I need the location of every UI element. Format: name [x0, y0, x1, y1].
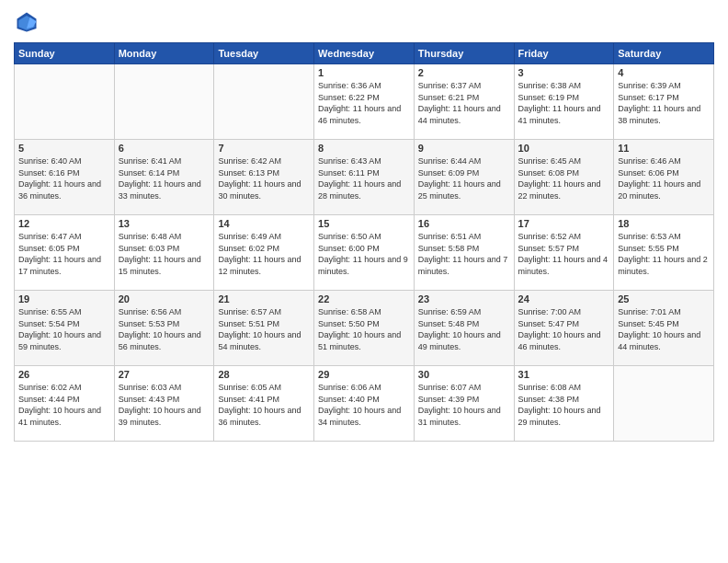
sunset-text: Sunset: 6:05 PM: [18, 244, 80, 253]
day-info: Sunrise: 6:42 AM Sunset: 6:13 PM Dayligh…: [218, 155, 310, 201]
day-number: 25: [618, 293, 710, 304]
sunrise-text: Sunrise: 6:36 AM: [318, 81, 381, 90]
sunrise-text: Sunrise: 6:56 AM: [119, 307, 182, 316]
sunrise-text: Sunrise: 6:57 AM: [218, 307, 281, 316]
day-number: 20: [119, 293, 210, 304]
day-number: 26: [18, 369, 110, 380]
col-thursday: Thursday: [414, 43, 514, 64]
sunset-text: Sunset: 6:22 PM: [318, 93, 380, 102]
calendar-cell: [114, 64, 214, 140]
calendar-cell: 12 Sunrise: 6:47 AM Sunset: 6:05 PM Dayl…: [15, 215, 115, 291]
day-info: Sunrise: 6:55 AM Sunset: 5:54 PM Dayligh…: [18, 306, 110, 352]
day-info: Sunrise: 6:03 AM Sunset: 4:43 PM Dayligh…: [119, 382, 210, 428]
day-number: 6: [119, 143, 210, 154]
daylight-text: Daylight: 11 hours and 46 minutes.: [318, 104, 401, 125]
daylight-text: Daylight: 11 hours and 28 minutes.: [318, 179, 401, 201]
day-info: Sunrise: 6:08 AM Sunset: 4:38 PM Dayligh…: [518, 382, 610, 428]
day-info: Sunrise: 6:49 AM Sunset: 6:02 PM Dayligh…: [218, 231, 310, 277]
calendar-cell: 23 Sunrise: 6:59 AM Sunset: 5:48 PM Dayl…: [414, 291, 514, 366]
calendar-cell: 3 Sunrise: 6:38 AM Sunset: 6:19 PM Dayli…: [514, 64, 614, 140]
sunrise-text: Sunrise: 6:45 AM: [518, 156, 582, 166]
sunset-text: Sunset: 5:57 PM: [518, 244, 580, 253]
day-number: 24: [518, 293, 610, 304]
calendar-cell: 24 Sunrise: 7:00 AM Sunset: 5:47 PM Dayl…: [514, 291, 614, 366]
calendar-cell: 14 Sunrise: 6:49 AM Sunset: 6:02 PM Dayl…: [214, 215, 314, 291]
sunrise-text: Sunrise: 6:39 AM: [618, 81, 681, 90]
sunrise-text: Sunrise: 7:01 AM: [618, 307, 681, 316]
sunset-text: Sunset: 6:14 PM: [119, 168, 180, 178]
daylight-text: Daylight: 11 hours and 22 minutes.: [518, 179, 601, 201]
sunrise-text: Sunrise: 6:51 AM: [418, 232, 482, 241]
day-number: 29: [318, 369, 410, 380]
daylight-text: Daylight: 11 hours and 17 minutes.: [18, 255, 101, 276]
calendar-cell: 10 Sunrise: 6:45 AM Sunset: 6:08 PM Dayl…: [514, 140, 614, 215]
daylight-text: Daylight: 10 hours and 31 minutes.: [418, 406, 501, 427]
daylight-text: Daylight: 11 hours and 41 minutes.: [518, 104, 601, 125]
day-number: 7: [218, 143, 310, 154]
sunrise-text: Sunrise: 6:05 AM: [218, 383, 281, 392]
calendar-cell: 25 Sunrise: 7:01 AM Sunset: 5:45 PM Dayl…: [614, 291, 714, 366]
daylight-text: Daylight: 11 hours and 25 minutes.: [418, 179, 501, 201]
calendar-cell: 22 Sunrise: 6:58 AM Sunset: 5:50 PM Dayl…: [314, 291, 415, 366]
calendar-cell: 16 Sunrise: 6:51 AM Sunset: 5:58 PM Dayl…: [414, 215, 514, 291]
calendar-cell: 9 Sunrise: 6:44 AM Sunset: 6:09 PM Dayli…: [414, 140, 514, 215]
calendar-week-row: 5 Sunrise: 6:40 AM Sunset: 6:16 PM Dayli…: [15, 140, 714, 215]
day-info: Sunrise: 6:59 AM Sunset: 5:48 PM Dayligh…: [418, 306, 510, 352]
day-info: Sunrise: 6:02 AM Sunset: 4:44 PM Dayligh…: [18, 382, 110, 428]
col-wednesday: Wednesday: [314, 43, 415, 64]
sunset-text: Sunset: 5:51 PM: [218, 319, 279, 328]
day-info: Sunrise: 6:38 AM Sunset: 6:19 PM Dayligh…: [518, 80, 610, 126]
calendar-cell: 4 Sunrise: 6:39 AM Sunset: 6:17 PM Dayli…: [614, 64, 714, 140]
sunrise-text: Sunrise: 6:50 AM: [318, 232, 381, 241]
sunset-text: Sunset: 5:53 PM: [119, 319, 180, 328]
calendar-cell: 18 Sunrise: 6:53 AM Sunset: 5:55 PM Dayl…: [614, 215, 714, 291]
daylight-text: Daylight: 10 hours and 54 minutes.: [218, 330, 301, 351]
logo: [14, 9, 43, 35]
calendar-cell: 1 Sunrise: 6:36 AM Sunset: 6:22 PM Dayli…: [314, 64, 415, 140]
col-sunday: Sunday: [15, 43, 115, 64]
col-tuesday: Tuesday: [214, 43, 314, 64]
calendar-cell: 21 Sunrise: 6:57 AM Sunset: 5:51 PM Dayl…: [214, 291, 314, 366]
calendar-cell: 26 Sunrise: 6:02 AM Sunset: 4:44 PM Dayl…: [15, 366, 115, 442]
day-number: 8: [318, 143, 410, 154]
daylight-text: Daylight: 10 hours and 39 minutes.: [119, 406, 201, 427]
sunrise-text: Sunrise: 6:44 AM: [418, 156, 482, 166]
day-info: Sunrise: 6:57 AM Sunset: 5:51 PM Dayligh…: [218, 306, 310, 352]
daylight-text: Daylight: 10 hours and 34 minutes.: [318, 406, 401, 427]
sunset-text: Sunset: 4:39 PM: [418, 395, 480, 404]
calendar-cell: 20 Sunrise: 6:56 AM Sunset: 5:53 PM Dayl…: [114, 291, 214, 366]
day-number: 14: [218, 218, 310, 229]
daylight-text: Daylight: 11 hours and 4 minutes.: [518, 255, 609, 276]
sunset-text: Sunset: 4:44 PM: [18, 395, 80, 404]
day-info: Sunrise: 6:06 AM Sunset: 4:40 PM Dayligh…: [318, 382, 410, 428]
sunrise-text: Sunrise: 6:38 AM: [518, 81, 582, 90]
header: [14, 9, 714, 35]
day-info: Sunrise: 6:36 AM Sunset: 6:22 PM Dayligh…: [318, 80, 410, 126]
day-number: 16: [418, 218, 510, 229]
sunrise-text: Sunrise: 6:52 AM: [518, 232, 582, 241]
day-info: Sunrise: 6:53 AM Sunset: 5:55 PM Dayligh…: [618, 231, 710, 277]
calendar-cell: [614, 366, 714, 442]
calendar-cell: 7 Sunrise: 6:42 AM Sunset: 6:13 PM Dayli…: [214, 140, 314, 215]
sunset-text: Sunset: 6:21 PM: [418, 93, 480, 102]
sunrise-text: Sunrise: 6:41 AM: [119, 156, 182, 166]
sunset-text: Sunset: 4:40 PM: [318, 395, 380, 404]
day-info: Sunrise: 6:58 AM Sunset: 5:50 PM Dayligh…: [318, 306, 410, 352]
sunrise-text: Sunrise: 6:58 AM: [318, 307, 381, 316]
day-info: Sunrise: 6:43 AM Sunset: 6:11 PM Dayligh…: [318, 155, 410, 201]
daylight-text: Daylight: 10 hours and 59 minutes.: [18, 330, 101, 351]
sunset-text: Sunset: 4:43 PM: [119, 395, 180, 404]
day-number: 11: [618, 143, 710, 154]
daylight-text: Daylight: 11 hours and 36 minutes.: [18, 179, 101, 201]
day-number: 12: [18, 218, 110, 229]
sunset-text: Sunset: 6:02 PM: [218, 244, 279, 253]
day-number: 18: [618, 218, 710, 229]
daylight-text: Daylight: 11 hours and 20 minutes.: [618, 179, 700, 201]
daylight-text: Daylight: 11 hours and 15 minutes.: [119, 255, 201, 276]
sunrise-text: Sunrise: 6:53 AM: [618, 232, 681, 241]
sunrise-text: Sunrise: 6:06 AM: [318, 383, 381, 392]
day-info: Sunrise: 6:45 AM Sunset: 6:08 PM Dayligh…: [518, 155, 610, 201]
calendar-week-row: 12 Sunrise: 6:47 AM Sunset: 6:05 PM Dayl…: [15, 215, 714, 291]
day-info: Sunrise: 6:52 AM Sunset: 5:57 PM Dayligh…: [518, 231, 610, 277]
sunrise-text: Sunrise: 6:03 AM: [119, 383, 182, 392]
